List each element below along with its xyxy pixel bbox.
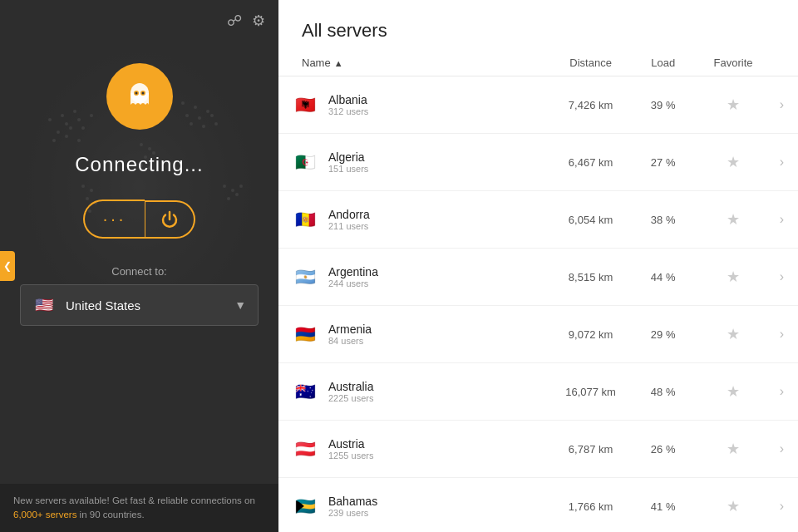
settings-icon[interactable]: ⚙ <box>252 12 265 30</box>
user-count: 239 users <box>328 508 377 518</box>
svg-point-51 <box>141 92 144 95</box>
svg-point-41 <box>223 185 226 188</box>
country-flag-algeria: 🇩🇿 <box>292 149 318 175</box>
star-icon[interactable]: ★ <box>727 268 740 285</box>
logo-area <box>0 63 278 130</box>
svg-point-42 <box>231 189 234 192</box>
expand-cell[interactable]: › <box>774 306 798 363</box>
col-header-favorite[interactable]: Favorite <box>692 50 774 76</box>
favorite-cell[interactable]: ★ <box>692 76 774 134</box>
table-row[interactable]: 🇧🇸 Bahamas 239 users 1,766 km 41 % ★ › <box>278 478 798 533</box>
notice-link[interactable]: 6,000+ servers <box>13 510 76 520</box>
user-count: 312 users <box>328 106 368 116</box>
table-row[interactable]: 🇩🇿 Algeria 151 users 6,467 km 27 % ★ › <box>278 134 798 191</box>
user-count: 244 users <box>328 278 378 288</box>
country-flag-australia: 🇦🇺 <box>292 378 318 405</box>
dots-button[interactable]: ··· <box>83 200 145 239</box>
country-info: Bahamas 239 users <box>328 495 377 518</box>
user-count: 2225 users <box>328 393 373 403</box>
table-row[interactable]: 🇦🇷 Argentina 244 users 8,515 km 44 % ★ › <box>278 249 798 306</box>
svg-point-44 <box>235 193 239 196</box>
favorite-cell[interactable]: ★ <box>692 363 774 421</box>
star-icon[interactable]: ★ <box>727 326 740 342</box>
star-icon[interactable]: ★ <box>727 441 740 457</box>
favorite-cell[interactable]: ★ <box>692 191 774 249</box>
collapse-tab[interactable]: ❮ <box>0 251 15 281</box>
favorite-cell[interactable]: ★ <box>692 306 774 363</box>
country-dropdown[interactable]: 🇺🇸 United States ▼ <box>20 284 259 326</box>
table-row[interactable]: 🇦🇩 Andorra 211 users 6,054 km 38 % ★ › <box>278 191 798 249</box>
expand-cell[interactable]: › <box>774 76 798 134</box>
svg-point-45 <box>239 185 243 188</box>
favorite-cell[interactable]: ★ <box>692 421 774 478</box>
table-row[interactable]: 🇦🇺 Australia 2225 users 16,077 km 48 % ★… <box>278 363 798 421</box>
star-icon[interactable]: ★ <box>727 96 740 113</box>
country-flag-austria: 🇦🇹 <box>292 436 318 462</box>
expand-cell[interactable]: › <box>774 191 798 249</box>
distance-cell: 9,072 km <box>548 306 633 363</box>
svg-point-37 <box>90 189 93 192</box>
country-info: Armenia 84 users <box>328 323 372 346</box>
expand-cell[interactable]: › <box>774 421 798 478</box>
country-name: Argentina <box>328 265 378 278</box>
star-icon[interactable]: ★ <box>727 383 740 400</box>
distance-cell: 16,077 km <box>548 363 633 421</box>
distance-cell: 6,787 km <box>548 421 633 478</box>
favorite-cell[interactable]: ★ <box>692 478 774 533</box>
col-header-load[interactable]: Load <box>633 50 692 76</box>
country-info: Albania 312 users <box>328 93 368 116</box>
expand-cell[interactable]: › <box>774 478 798 533</box>
left-top-bar: ☍ ⚙ <box>0 0 278 38</box>
country-name: Armenia <box>328 323 372 336</box>
country-flag-armenia: 🇦🇲 <box>292 321 318 347</box>
cyberghost-logo <box>121 78 158 115</box>
star-icon[interactable]: ★ <box>727 498 740 515</box>
page-title: All servers <box>302 20 775 42</box>
expand-cell[interactable]: › <box>774 249 798 306</box>
expand-cell[interactable]: › <box>774 134 798 191</box>
load-cell: 26 % <box>633 421 692 478</box>
connecting-status: Connecting... <box>0 153 278 176</box>
country-flag-albania: 🇦🇱 <box>292 91 318 118</box>
connect-to-label: Connect to: <box>0 265 278 278</box>
server-list-container[interactable]: Name ▲ Distance Load Favorite 🇦🇱 Albania <box>278 50 798 532</box>
star-icon[interactable]: ★ <box>727 154 740 170</box>
country-name: Algeria <box>328 150 368 164</box>
col-header-distance[interactable]: Distance <box>548 50 633 76</box>
notice-end: in 90 countries. <box>76 510 144 520</box>
power-button[interactable] <box>145 200 195 239</box>
load-cell: 41 % <box>633 478 692 533</box>
svg-point-21 <box>140 143 143 146</box>
star-icon[interactable]: ★ <box>727 211 740 228</box>
load-cell: 27 % <box>633 134 692 191</box>
country-info: Algeria 151 users <box>328 150 368 174</box>
svg-rect-47 <box>131 93 149 105</box>
country-name: Bahamas <box>328 495 377 508</box>
chat-icon[interactable]: ☍ <box>227 12 242 30</box>
chevron-down-icon: ▼ <box>234 298 246 312</box>
favorite-cell[interactable]: ★ <box>692 249 774 306</box>
logo-circle <box>106 63 173 130</box>
favorite-cell[interactable]: ★ <box>692 134 774 191</box>
table-row[interactable]: 🇦🇱 Albania 312 users 7,426 km 39 % ★ › <box>278 76 798 134</box>
selected-country-name: United States <box>66 298 234 313</box>
svg-point-11 <box>65 135 68 138</box>
load-cell: 44 % <box>633 249 692 306</box>
col-header-name[interactable]: Name ▲ <box>278 50 548 76</box>
country-flag-argentina: 🇦🇷 <box>292 264 318 290</box>
action-bar: ··· <box>0 200 278 239</box>
country-name: Australia <box>328 380 373 393</box>
country-name: Andorra <box>328 208 370 221</box>
country-info: Austria 1255 users <box>328 437 373 461</box>
load-cell: 29 % <box>633 306 692 363</box>
notice-text: New servers available! Get fast & reliab… <box>13 495 255 505</box>
right-panel: All servers Name ▲ Distance Load Favorit… <box>278 0 798 532</box>
country-name: Austria <box>328 437 373 451</box>
table-row[interactable]: 🇦🇲 Armenia 84 users 9,072 km 29 % ★ › <box>278 306 798 363</box>
svg-point-10 <box>52 139 56 142</box>
svg-point-22 <box>148 147 151 150</box>
sort-arrow-icon: ▲ <box>334 58 343 68</box>
expand-cell[interactable]: › <box>774 363 798 421</box>
table-row[interactable]: 🇦🇹 Austria 1255 users 6,787 km 26 % ★ › <box>278 421 798 478</box>
distance-cell: 1,766 km <box>548 478 633 533</box>
